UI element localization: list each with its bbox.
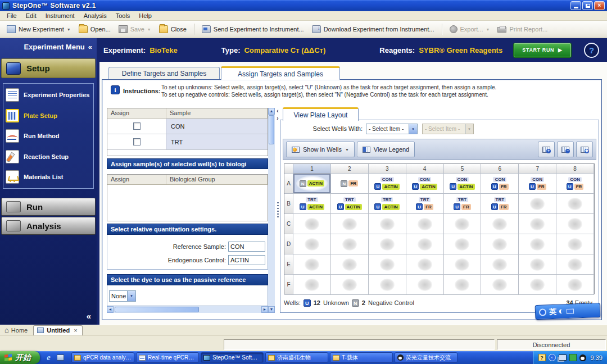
plate-column-header-7[interactable]: 7: [519, 164, 556, 174]
well-A4[interactable]: CONUACTIN: [406, 174, 444, 194]
menu-item-edit[interactable]: Edit: [21, 12, 41, 20]
tray-language-icon[interactable]: ‹: [549, 354, 556, 361]
well-C7[interactable]: [519, 214, 556, 234]
taskbar-button-qpcr-data-analysis[interactable]: qPCR data analysis: [71, 352, 134, 363]
menu-item-tools[interactable]: Tools: [111, 12, 135, 20]
open-button[interactable]: Open...: [75, 24, 114, 35]
well-A8[interactable]: CONUFR: [556, 174, 594, 194]
plate-column-header-1[interactable]: 1: [293, 164, 331, 174]
well-D4[interactable]: [406, 234, 444, 254]
ime-moon-icon[interactable]: [559, 309, 564, 313]
save-button[interactable]: Save ▼: [115, 24, 155, 35]
reference-sample-input[interactable]: CON: [228, 242, 265, 252]
well-C3[interactable]: [369, 214, 406, 234]
ime-language-label[interactable]: 英: [549, 307, 557, 317]
plate-column-header-4[interactable]: 4: [406, 164, 444, 174]
sidebar-item-reaction-setup[interactable]: Reaction Setup: [6, 150, 91, 163]
tab-untitled[interactable]: Untitled ×: [33, 325, 82, 335]
send-experiment-button[interactable]: Send Experiment to Instrument...: [198, 24, 307, 35]
well-A7[interactable]: CONUFR: [519, 174, 556, 194]
assign-checkbox[interactable]: [133, 138, 141, 145]
well-D8[interactable]: [556, 234, 594, 254]
close-tab-icon[interactable]: ×: [74, 327, 77, 334]
well-E5[interactable]: [444, 254, 482, 275]
well-F1[interactable]: [293, 275, 331, 295]
sidebar-section-setup[interactable]: Setup: [1, 58, 96, 78]
start-button[interactable]: 开始: [0, 351, 40, 364]
well-F6[interactable]: [481, 275, 519, 295]
well-E3[interactable]: [369, 254, 406, 275]
plate-column-header-8[interactable]: 8: [556, 164, 594, 174]
well-E6[interactable]: [481, 254, 519, 275]
expand-right-icon[interactable]: ›: [275, 115, 280, 122]
menu-item-analysis[interactable]: Analysis: [79, 12, 111, 20]
select-wells-dropdown-2[interactable]: - Select Item - ▼: [422, 124, 474, 134]
taskbar-button-real-time-qpcr[interactable]: Real-time qPCR手...: [136, 352, 199, 363]
scroll-right-icon[interactable]: ►: [261, 306, 268, 313]
well-B5[interactable]: TRTUFR: [444, 194, 482, 214]
well-B3[interactable]: TRTUACTIN: [369, 194, 406, 214]
splitter-grip[interactable]: [277, 202, 279, 219]
menu-item-file[interactable]: File: [2, 12, 21, 20]
scroll-down-icon[interactable]: ▼: [268, 306, 275, 313]
collapse-sidebar-bottom-icon[interactable]: «: [87, 311, 91, 321]
well-C1[interactable]: [293, 214, 331, 234]
plate-column-header-6[interactable]: 6: [481, 164, 519, 174]
panel-splitter[interactable]: ‹ ›: [275, 108, 280, 313]
well-B2[interactable]: TRTUACTIN: [331, 194, 369, 214]
minimize-button[interactable]: [570, 1, 581, 10]
well-C4[interactable]: [406, 214, 444, 234]
export-button[interactable]: Export... ▼: [446, 24, 493, 35]
close-button[interactable]: ×: [594, 1, 605, 10]
select-wells-dropdown-1[interactable]: - Select Item - ▼: [366, 124, 418, 134]
sidebar-section-analysis[interactable]: Analysis: [1, 217, 96, 235]
well-B1[interactable]: TRTUACTIN: [293, 194, 331, 214]
well-B7[interactable]: [519, 194, 556, 214]
well-D5[interactable]: [444, 234, 482, 254]
well-E4[interactable]: [406, 254, 444, 275]
start-run-button[interactable]: START RUN ▶: [513, 43, 572, 58]
well-A6[interactable]: CONUFR: [481, 174, 519, 194]
endogenous-control-input[interactable]: ACTIN: [228, 255, 265, 265]
sidebar-item-experiment-properties[interactable]: Experiment Properties: [6, 88, 91, 102]
menu-item-instrument[interactable]: Instrument: [41, 12, 79, 20]
plate-column-header-3[interactable]: 3: [369, 164, 406, 174]
well-D6[interactable]: [481, 234, 519, 254]
scroll-left-icon[interactable]: ◄: [107, 306, 114, 313]
tab-define-targets[interactable]: Define Targets and Samples: [108, 67, 220, 80]
restore-button[interactable]: [582, 1, 593, 10]
view-legend-button[interactable]: View Legend: [357, 142, 415, 157]
tray-help-icon[interactable]: ?: [538, 354, 546, 361]
scroll-up-icon[interactable]: ▲: [268, 108, 275, 115]
assign-checkbox[interactable]: [133, 122, 141, 130]
expand-wells-button[interactable]: +: [538, 142, 555, 157]
sidebar-section-run[interactable]: Run: [1, 198, 96, 216]
well-C6[interactable]: [481, 214, 519, 234]
tab-view-plate-layout[interactable]: View Plate Layout: [283, 107, 359, 121]
well-F5[interactable]: [444, 275, 482, 295]
taskbar-button-[interactable]: 荧光定量技术交流: [395, 352, 457, 363]
well-F4[interactable]: [406, 275, 444, 295]
well-F2[interactable]: [331, 275, 369, 295]
well-B6[interactable]: TRTUFR: [481, 194, 519, 214]
collapse-sidebar-icon[interactable]: «: [88, 43, 92, 51]
plate-row-header-D[interactable]: D: [284, 234, 293, 254]
plate-row-header-A[interactable]: A: [284, 174, 293, 194]
close-experiment-button[interactable]: Close: [156, 24, 190, 35]
well-C5[interactable]: [444, 214, 482, 234]
plate-row-header-E[interactable]: E: [284, 254, 293, 275]
sidebar-item-run-method[interactable]: Run Method: [6, 129, 91, 143]
taskbar-button-[interactable]: 济南盛伟生物: [265, 352, 328, 363]
well-A5[interactable]: CONUACTIN: [444, 174, 482, 194]
well-B8[interactable]: [556, 194, 594, 214]
new-experiment-button[interactable]: New Experiment ▼: [3, 24, 74, 35]
sidebar-item-materials-list[interactable]: Materials List: [6, 170, 91, 184]
well-E7[interactable]: [519, 254, 556, 275]
well-E2[interactable]: [331, 254, 369, 275]
left-panel-vertical-scrollbar[interactable]: ▲ ▼: [268, 108, 275, 313]
passive-reference-select[interactable]: None ▼: [109, 290, 136, 302]
well-A1[interactable]: NACTIN: [293, 174, 331, 194]
tab-home[interactable]: ⌂ Home: [3, 326, 31, 335]
print-report-button[interactable]: Print Report...: [494, 24, 551, 34]
plate-column-header-2[interactable]: 2: [331, 164, 369, 174]
